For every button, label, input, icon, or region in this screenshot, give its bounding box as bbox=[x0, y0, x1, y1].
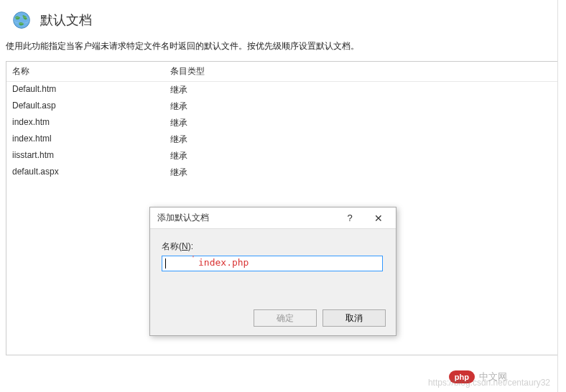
dialog-body: 名称(N): ' index.php bbox=[150, 229, 396, 277]
page-description: 使用此功能指定当客户端未请求特定文件名时返回的默认文件。按优先级顺序设置默认文档… bbox=[6, 37, 560, 61]
table-row[interactable]: index.html 继承 bbox=[6, 131, 559, 148]
side-strip bbox=[557, 0, 566, 392]
dialog-titlebar[interactable]: 添加默认文档 ? ✕ bbox=[150, 207, 396, 229]
page-title: 默认文档 bbox=[40, 11, 92, 29]
cancel-button[interactable]: 取消 bbox=[323, 309, 386, 327]
table-body: Default.htm 继承 Default.asp 继承 index.htm … bbox=[6, 82, 559, 181]
column-header-name[interactable]: 名称 bbox=[6, 62, 164, 81]
annotation-tick: ' bbox=[192, 255, 194, 263]
name-input[interactable]: ' index.php bbox=[162, 256, 383, 271]
table-row[interactable]: iisstart.htm 继承 bbox=[6, 148, 559, 164]
table-row[interactable]: Default.htm 继承 bbox=[6, 82, 559, 98]
table-row[interactable]: default.aspx 继承 bbox=[6, 164, 559, 181]
add-default-document-dialog: 添加默认文档 ? ✕ 名称(N): ' index.php 确定 取消 bbox=[149, 207, 396, 336]
annotation-hint: index.php bbox=[198, 257, 249, 268]
help-button[interactable]: ? bbox=[335, 208, 364, 228]
name-field-label: 名称(N): bbox=[162, 241, 384, 253]
close-button[interactable]: ✕ bbox=[364, 208, 393, 228]
dialog-buttons: 确定 取消 bbox=[254, 309, 386, 327]
svg-point-0 bbox=[14, 12, 30, 29]
table-row[interactable]: Default.asp 继承 bbox=[6, 98, 559, 115]
text-caret bbox=[165, 258, 166, 269]
page-header: 默认文档 bbox=[6, 6, 560, 37]
globe-icon bbox=[11, 10, 32, 30]
table-row[interactable]: index.htm 继承 bbox=[6, 115, 559, 131]
ok-button[interactable]: 确定 bbox=[254, 309, 317, 327]
dialog-title: 添加默认文档 bbox=[157, 212, 335, 224]
column-header-type[interactable]: 条目类型 bbox=[164, 62, 251, 81]
table-header: 名称 条目类型 bbox=[6, 62, 559, 82]
